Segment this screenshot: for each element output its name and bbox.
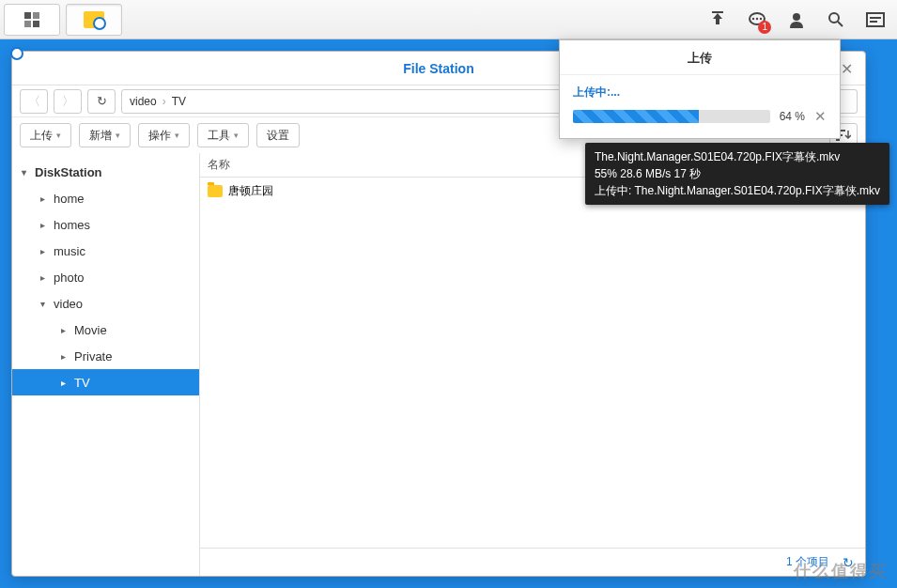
upload-button[interactable]: 上传▾ [20, 123, 71, 147]
tree-item-photo[interactable]: ▸photo [12, 264, 199, 290]
tools-button[interactable]: 工具▾ [197, 123, 249, 147]
svg-point-7 [756, 17, 758, 19]
file-name: 唐顿庄园 [228, 183, 273, 199]
tooltip-status: 上传中: The.Night.Manager.S01E04.720p.FIX字幕… [595, 182, 880, 199]
tree-item-tv[interactable]: ▸TV [12, 369, 199, 395]
upload-popup: 上传 上传中:... 64 % ✕ [559, 39, 841, 139]
tree-item-video[interactable]: ▾video [12, 290, 199, 317]
create-button[interactable]: 新增▾ [79, 123, 131, 147]
action-button[interactable]: 操作▾ [138, 123, 190, 147]
window-app-icon [22, 58, 42, 79]
file-station-icon [84, 11, 104, 28]
tree-root-diskstation[interactable]: ▾DiskStation [12, 159, 199, 185]
upload-tray-icon[interactable] [702, 6, 734, 34]
svg-rect-0 [24, 12, 31, 19]
svg-point-8 [760, 17, 762, 19]
window-title: File Station [403, 61, 473, 76]
svg-rect-3 [33, 21, 39, 27]
sidebar: ▾DiskStation ▸home ▸homes ▸music ▸photo … [12, 153, 200, 576]
svg-line-11 [838, 22, 843, 26]
svg-point-6 [752, 17, 754, 19]
col-header-name[interactable]: 名称 [200, 157, 574, 173]
upload-status-label: 上传中:... [573, 85, 827, 101]
settings-button[interactable]: 设置 [256, 123, 300, 147]
main-menu-button[interactable] [4, 4, 60, 36]
tooltip-stats: 55% 28.6 MB/s 17 秒 [595, 165, 880, 182]
notification-tray-icon[interactable]: 1 [741, 6, 773, 34]
file-list: 名称 大小 文 唐顿庄园 文件夹 2016/4/13 上午10:58:44 1 … [200, 153, 865, 576]
svg-point-10 [829, 13, 839, 23]
nav-refresh-button[interactable]: ↻ [87, 89, 116, 114]
svg-rect-14 [870, 21, 877, 23]
nav-back-button[interactable]: 〈 [20, 89, 48, 114]
user-tray-icon[interactable] [781, 6, 812, 34]
upload-progress-fill [573, 110, 699, 123]
tree-item-music[interactable]: ▸music [12, 238, 199, 264]
upload-percent: 64 % [780, 110, 805, 123]
svg-rect-12 [867, 13, 884, 26]
tree-item-private[interactable]: ▸Private [12, 343, 199, 369]
breadcrumb-segment[interactable]: TV [172, 95, 186, 108]
widget-tray-icon[interactable] [859, 6, 891, 34]
upload-cancel-button[interactable]: ✕ [814, 108, 827, 125]
upload-popup-title: 上传 [560, 40, 840, 75]
watermark: 什么值得买 [794, 560, 888, 582]
upload-progress-bar [573, 110, 770, 123]
nav-forward-button[interactable]: 〉 [54, 89, 82, 114]
tooltip-filename: The.Night.Manager.S01E04.720p.FIX字幕侠.mkv [595, 148, 880, 165]
notification-badge: 1 [758, 21, 771, 34]
search-tray-icon[interactable] [820, 6, 852, 34]
svg-rect-17 [836, 139, 840, 141]
taskbar-filestation-button[interactable] [66, 4, 122, 36]
upload-tooltip: The.Night.Manager.S01E04.720p.FIX字幕侠.mkv… [585, 143, 889, 205]
svg-rect-13 [870, 17, 881, 19]
breadcrumb-segment[interactable]: video [130, 95, 157, 108]
svg-point-9 [793, 13, 800, 21]
svg-rect-2 [24, 21, 31, 27]
svg-rect-1 [33, 12, 39, 19]
status-bar: 1 个项目 ↻ [200, 548, 865, 576]
taskbar: 1 [0, 0, 897, 39]
tree-item-homes[interactable]: ▸homes [12, 211, 199, 238]
svg-rect-4 [712, 11, 723, 13]
chevron-right-icon: › [162, 95, 166, 108]
tree-item-home[interactable]: ▸home [12, 185, 199, 211]
tree-item-movie[interactable]: ▸Movie [12, 317, 199, 343]
folder-icon [208, 185, 223, 197]
